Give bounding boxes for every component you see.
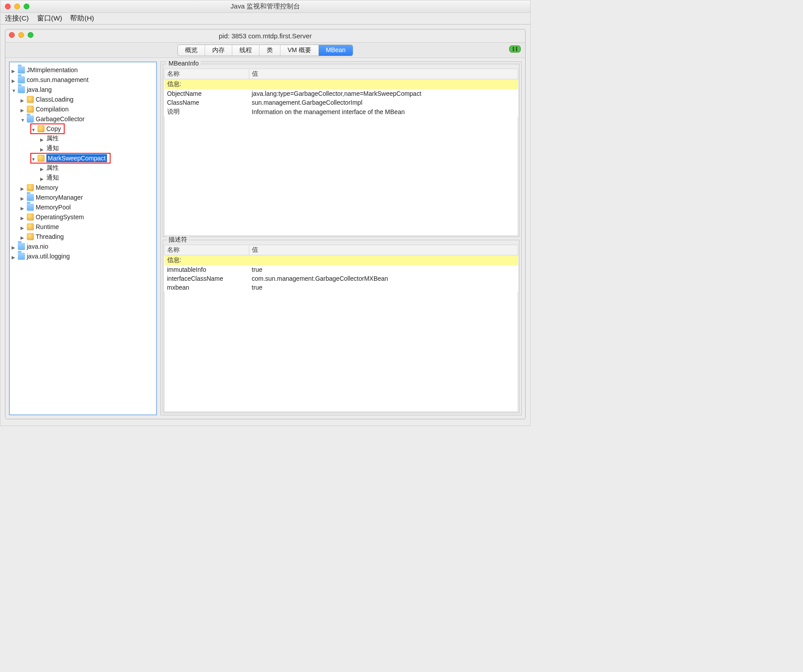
cell: ObjectName (165, 89, 249, 98)
tree-node-msc-attr[interactable]: 属性 (11, 163, 155, 173)
tree-node-msc-notif[interactable]: 通知 (11, 173, 155, 183)
internal-close-icon[interactable] (9, 32, 15, 38)
tree-node-copy[interactable]: Copy (11, 124, 155, 134)
highlight-box: Copy (30, 123, 65, 134)
cell: 说明 (165, 107, 249, 117)
tree-node-memory[interactable]: Memory (11, 183, 155, 193)
titlebar: Java 监视和管理控制台 (0, 0, 530, 13)
folder-icon (18, 76, 25, 83)
folder-icon (27, 194, 34, 201)
tab-overview[interactable]: 概览 (178, 45, 205, 56)
tree-node-marksweepcompact[interactable]: MarkSweepCompact (11, 153, 155, 163)
tree-node-classloading[interactable]: ClassLoading (11, 94, 155, 104)
tree-label: Compilation (36, 106, 69, 113)
tree-label: Copy (46, 125, 61, 132)
table-row[interactable]: ObjectName java.lang:type=GarbageCollect… (165, 89, 518, 98)
tree-label: 通知 (46, 144, 59, 152)
tree-label: ClassLoading (36, 96, 74, 103)
internal-zoom-icon[interactable] (28, 32, 33, 38)
table-row[interactable]: 信息: (165, 79, 518, 90)
tree-node-threading[interactable]: Threading (11, 232, 155, 242)
tree-label: OperatingSystem (36, 213, 84, 221)
mbeaninfo-title: MBeanInfo (167, 60, 201, 67)
bean-icon (27, 213, 34, 221)
tree-node-jmimplementation[interactable]: JMImplementation (11, 65, 155, 75)
traffic-lights (0, 4, 29, 9)
tree-label: Runtime (36, 223, 59, 230)
tree-node-com-sun-management[interactable]: com.sun.management (11, 75, 155, 85)
tabbar: 概览 内存 线程 类 VM 概要 MBean (5, 43, 525, 58)
zoom-icon[interactable] (24, 4, 29, 9)
tree-node-copy-notif[interactable]: 通知 (11, 143, 155, 153)
table-row[interactable]: mxbean true (165, 283, 518, 292)
table-empty-area (164, 292, 518, 412)
content-split: JMImplementation com.sun.management java… (5, 58, 525, 419)
minimize-icon[interactable] (14, 4, 20, 9)
folder-icon (27, 115, 34, 123)
col-name[interactable]: 名称 (165, 69, 249, 79)
tree-node-java-lang[interactable]: java.lang (11, 85, 155, 94)
cell: interfaceClassName (165, 274, 249, 283)
tree-label: java.nio (27, 243, 48, 250)
bean-icon (37, 125, 45, 132)
table-row[interactable]: ClassName sun.management.GarbageCollecto… (165, 98, 518, 107)
cell: true (249, 283, 518, 292)
bean-icon (27, 233, 34, 240)
tree-node-garbagecollector[interactable]: GarbageCollector (11, 114, 155, 124)
table-row[interactable]: immutableInfo true (165, 265, 518, 274)
cell: com.sun.management.GarbageCollectorMXBea… (249, 274, 518, 283)
mbeaninfo-table[interactable]: 名称 值 信息: ObjectName java.lang:type=Garba… (164, 69, 518, 117)
tab-classes[interactable]: 类 (259, 45, 280, 56)
tree-label: java.util.logging (27, 253, 70, 260)
mbeaninfo-group: MBeanInfo 名称 值 信息: ObjectName (163, 64, 519, 237)
cell: immutableInfo (165, 265, 249, 274)
tree-node-compilation[interactable]: Compilation (11, 104, 155, 114)
internal-title: pid: 3853 com.mtdp.first.Server (219, 32, 312, 40)
tree-label: JMImplementation (27, 66, 78, 74)
cell: 信息: (165, 79, 249, 90)
tree-label: GarbageCollector (36, 115, 85, 123)
cell: sun.management.GarbageCollectorImpl (249, 98, 518, 107)
tree-node-memorymanager[interactable]: MemoryManager (11, 193, 155, 202)
tree-label: MemoryPool (36, 204, 71, 211)
tree-node-copy-attr[interactable]: 属性 (11, 134, 155, 143)
menu-help[interactable]: 帮助(H) (70, 14, 94, 23)
internal-titlebar: pid: 3853 com.mtdp.first.Server (5, 29, 525, 43)
mbean-tree[interactable]: JMImplementation com.sun.management java… (9, 61, 157, 415)
connection-status-icon (509, 45, 521, 53)
tab-vm[interactable]: VM 概要 (280, 45, 319, 56)
internal-minimize-icon[interactable] (18, 32, 24, 38)
tab-threads[interactable]: 线程 (232, 45, 259, 56)
descriptor-group: 描述符 名称 值 信息: immutableInfo (163, 240, 519, 413)
tree-node-runtime[interactable]: Runtime (11, 222, 155, 232)
tab-mbean[interactable]: MBean (319, 45, 353, 56)
bean-icon (27, 106, 34, 113)
tree-label: com.sun.management (27, 76, 89, 83)
tree-label: MemoryManager (36, 194, 83, 201)
table-row[interactable]: interfaceClassName com.sun.management.Ga… (165, 274, 518, 283)
tree-node-operatingsystem[interactable]: OperatingSystem (11, 212, 155, 222)
tree-node-java-nio[interactable]: java.nio (11, 242, 155, 251)
menu-window[interactable]: 窗口(W) (37, 14, 62, 23)
close-icon[interactable] (5, 4, 11, 9)
cell: true (249, 265, 518, 274)
table-empty-area (164, 117, 518, 236)
tree-label: 通知 (46, 174, 59, 182)
col-name[interactable]: 名称 (165, 245, 249, 255)
menu-connect[interactable]: 连接(C) (5, 14, 29, 23)
descriptor-table[interactable]: 名称 值 信息: immutableInfo true int (164, 245, 518, 292)
folder-icon (18, 253, 25, 260)
menubar: 连接(C) 窗口(W) 帮助(H) (0, 13, 530, 25)
tree-node-java-util-logging[interactable]: java.util.logging (11, 251, 155, 261)
tree-label: 属性 (46, 164, 59, 172)
tree-node-memorypool[interactable]: MemoryPool (11, 202, 155, 212)
descriptor-title: 描述符 (167, 236, 189, 244)
table-row[interactable]: 信息: (165, 255, 518, 266)
tree-label: 属性 (46, 135, 59, 143)
bean-icon (27, 184, 34, 191)
highlight-box: MarkSweepCompact (30, 153, 111, 164)
col-value[interactable]: 值 (249, 69, 518, 79)
col-value[interactable]: 值 (249, 245, 518, 255)
tab-memory[interactable]: 内存 (205, 45, 232, 56)
table-row[interactable]: 说明 Information on the management interfa… (165, 107, 518, 117)
